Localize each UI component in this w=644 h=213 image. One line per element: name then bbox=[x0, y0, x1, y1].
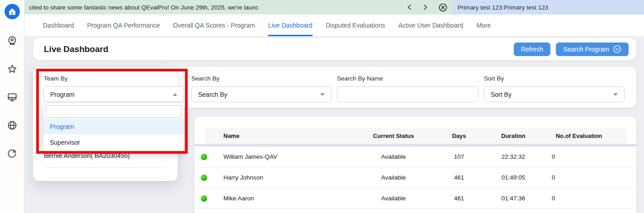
cell-duration: 22:32:32 bbox=[484, 153, 543, 160]
tab-disputed-evaluations[interactable]: Disputed Evaluations bbox=[326, 14, 385, 36]
cell-evaluations: 0 bbox=[543, 174, 615, 181]
search-by-value: Search By bbox=[198, 91, 227, 98]
chevron-down-icon bbox=[320, 93, 325, 96]
tab-dashboard[interactable]: Dashboard bbox=[43, 14, 74, 36]
status-available-dot bbox=[201, 175, 207, 181]
sort-by-value: Sort By bbox=[491, 91, 511, 98]
sort-by-label: Sort By bbox=[484, 75, 504, 82]
cell-days: 107 bbox=[434, 153, 484, 160]
globe-icon[interactable] bbox=[6, 119, 19, 132]
banner-prev-icon[interactable] bbox=[407, 4, 412, 10]
main-nav: Dashboard Program QA Performance Overall… bbox=[24, 14, 644, 36]
tab-program-qa-performance[interactable]: Program QA Performance bbox=[87, 14, 160, 36]
status-available-dot bbox=[201, 154, 207, 160]
banner-next-icon[interactable] bbox=[422, 4, 428, 10]
table-row: William James-QAV Available 107 22:32:32… bbox=[194, 147, 636, 167]
team-by-value: Program bbox=[50, 91, 75, 98]
session-banner: Primary test 123:Primary test 123 bbox=[452, 0, 644, 14]
cell-current-status: Available bbox=[353, 174, 434, 181]
cell-days: 461 bbox=[434, 195, 484, 202]
team-by-option-supervisor[interactable]: Supervisor bbox=[43, 134, 184, 150]
tab-active-user-dashboard[interactable]: Active User Dashboard bbox=[398, 14, 463, 36]
session-label: Primary test 123:Primary test 123 bbox=[458, 4, 548, 11]
team-by-label: Team By bbox=[44, 75, 68, 82]
cell-current-status: Available bbox=[353, 195, 434, 202]
sidebar bbox=[0, 0, 24, 213]
col-header-name: Name bbox=[223, 133, 353, 139]
cell-name: Harry Johnson bbox=[223, 174, 353, 181]
cell-name: William James-QAV bbox=[223, 153, 353, 160]
cell-name: Mike Aaron bbox=[223, 195, 353, 202]
table-row: Harry Johnson Available 461 01:49:05 0 bbox=[194, 167, 636, 188]
refresh-button[interactable]: Refresh bbox=[514, 43, 550, 56]
tab-live-dashboard[interactable]: Live Dashboard bbox=[268, 14, 313, 36]
live-dashboard-table-card: Name Current Status Days Duration No.of … bbox=[194, 117, 636, 213]
cell-evaluations: 0 bbox=[543, 153, 615, 160]
cell-duration: 01:49:05 bbox=[484, 174, 543, 181]
pie-chart-icon[interactable] bbox=[6, 147, 19, 160]
team-by-dropdown: Program Supervisor bbox=[43, 103, 184, 151]
app-logo-home-icon[interactable] bbox=[4, 3, 20, 20]
table-row: Mike Aaron Available 461 01:47:36 0 bbox=[194, 188, 636, 209]
announcement-banner: cited to share some fantastic news about… bbox=[24, 0, 644, 14]
search-program-button[interactable]: Search Program bbox=[556, 43, 629, 56]
cell-days: 461 bbox=[434, 174, 484, 181]
team-by-option-program[interactable]: Program bbox=[43, 118, 184, 134]
refresh-button-label: Refresh bbox=[521, 46, 543, 53]
col-header-no-of-evaluation: No.of Evaluation bbox=[543, 133, 615, 139]
search-program-button-label: Search Program bbox=[563, 46, 609, 53]
announcement-banner-green: cited to share some fantastic news about… bbox=[24, 0, 452, 14]
chevron-up-icon bbox=[173, 93, 177, 96]
status-available-dot bbox=[201, 195, 207, 202]
col-header-current-status: Current Status bbox=[353, 133, 434, 139]
page-title: Live Dashboard bbox=[44, 44, 109, 54]
star-icon[interactable] bbox=[6, 63, 19, 76]
cell-evaluations: 0 bbox=[543, 195, 615, 202]
banner-close-icon[interactable] bbox=[438, 3, 448, 12]
search-by-name-input[interactable] bbox=[337, 86, 478, 102]
chevron-down-circle-icon bbox=[613, 45, 621, 53]
announcement-text: cited to share some fantastic news about… bbox=[29, 4, 386, 11]
sort-by-select[interactable]: Sort By bbox=[484, 86, 625, 102]
page-header-card: Live Dashboard Refresh Search Program bbox=[33, 38, 636, 60]
search-by-select[interactable]: Search By bbox=[191, 86, 331, 102]
quality-badge-icon[interactable] bbox=[6, 35, 19, 47]
tab-more[interactable]: More bbox=[476, 14, 491, 36]
search-by-name-label: Search By Name bbox=[337, 75, 383, 82]
team-by-dropdown-search-input[interactable] bbox=[46, 105, 182, 118]
chevron-down-icon bbox=[613, 93, 618, 96]
cell-duration: 01:47:36 bbox=[484, 195, 543, 202]
table-header-row: Name Current Status Days Duration No.of … bbox=[205, 128, 626, 144]
col-header-duration: Duration bbox=[484, 133, 543, 139]
tab-overall-qa-scores-program[interactable]: Overall QA Scores - Program bbox=[173, 14, 255, 36]
team-list-divider bbox=[44, 167, 167, 168]
cell-current-status: Available bbox=[353, 153, 434, 160]
team-list-item[interactable]: Bernie Anderson( BA2030455) bbox=[44, 152, 130, 159]
col-header-days: Days bbox=[434, 133, 484, 139]
monitor-icon[interactable] bbox=[6, 91, 19, 104]
search-by-label: Search By bbox=[191, 75, 219, 82]
team-by-select[interactable]: Program bbox=[43, 86, 184, 102]
